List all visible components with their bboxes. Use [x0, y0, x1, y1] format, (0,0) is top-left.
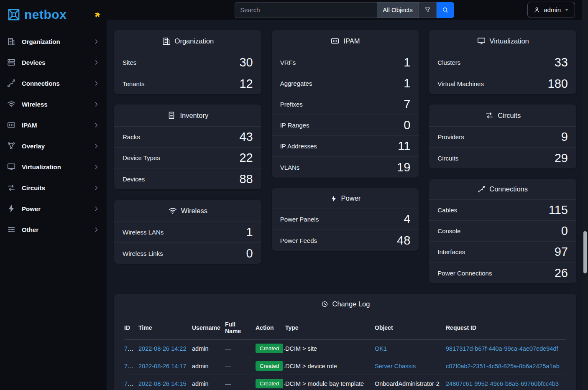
changelog-username: admin: [192, 357, 225, 375]
filter-button[interactable]: [419, 2, 437, 18]
stat-label: Sites: [123, 59, 136, 66]
search-input[interactable]: [235, 2, 377, 18]
sidebar-item-virtualization[interactable]: Virtualization: [0, 156, 107, 177]
sidebar-pin-icon[interactable]: [94, 12, 101, 20]
changelog-id-link[interactable]: 755: [124, 345, 134, 352]
stat-label: Devices: [123, 176, 145, 183]
changelog-id-link[interactable]: 754: [124, 363, 134, 370]
sidebar-item-organization[interactable]: Organization: [0, 31, 107, 52]
sidebar-menu: Organization Devices Connections: [0, 31, 107, 240]
stat-label: Providers: [437, 133, 464, 140]
stat-row: VLANs 19: [272, 157, 419, 178]
stat-row: Tenants 12: [114, 73, 261, 94]
sidebar-item-label: Organization: [22, 38, 60, 45]
page-scrollbar[interactable]: [582, 0, 588, 390]
column-header-username: Username: [192, 316, 225, 340]
stat-label: VLANs: [280, 164, 300, 171]
sidebar-item-label: Virtualization: [22, 163, 61, 171]
changelog-request-id-link[interactable]: 9817317d-b67f-440a-99ca-4ae07ede94df: [446, 345, 558, 352]
sidebar-item-label: Circuits: [22, 184, 45, 191]
sidebar-item-label: Overlay: [22, 143, 45, 150]
sidebar-item-label: IPAM: [22, 122, 37, 129]
stat-value: 29: [555, 151, 568, 165]
stat-value: 1: [404, 76, 410, 90]
sidebar-item-circuits[interactable]: Circuits: [0, 177, 107, 198]
changelog-header: Change Log: [114, 294, 576, 314]
table-row: 754 2022-08-26 14:17 admin — Created DCI…: [124, 357, 566, 375]
stat-row: Virtual Machines 180: [429, 73, 576, 94]
stat-row: Sites 30: [114, 52, 261, 73]
stat-row: VRFs 1: [272, 52, 419, 73]
main-content: Organization Sites 30 Tenants 12 Invento…: [107, 0, 582, 390]
card-header: IPAM: [272, 30, 419, 52]
changelog-username: admin: [192, 340, 225, 357]
stat-row: Wireless Links 0: [114, 243, 261, 264]
search-submit-button[interactable]: [437, 2, 454, 18]
stat-value: 43: [239, 130, 253, 144]
changelog-time-link[interactable]: 2022-08-26 14:15: [138, 380, 187, 387]
stat-value: 180: [548, 77, 568, 91]
stat-row: Cables 115: [429, 200, 576, 221]
dashboard-column-2: IPAM VRFs 1 Aggregates 1 Prefixes 7 IP R…: [272, 30, 419, 251]
column-header-type: Type: [285, 316, 375, 340]
card-title: Organization: [175, 37, 214, 45]
sidebar-item-label: Devices: [22, 59, 46, 66]
sidebar-item-power[interactable]: Power: [0, 198, 107, 219]
card-title: Wireless: [181, 207, 207, 215]
changelog-request-id-link[interactable]: 24807c61-9952-49c6-b8a5-69760bfcc4b3: [446, 380, 559, 387]
changelog-time-link[interactable]: 2022-08-26 14:22: [138, 345, 187, 352]
graph-icon: [7, 141, 16, 150]
stat-label: Prefixes: [280, 101, 303, 108]
changelog-object-link[interactable]: Server Chassis: [375, 363, 416, 370]
stat-label: Wireless Links: [123, 250, 163, 257]
user-menu-button[interactable]: admin: [527, 2, 575, 18]
stat-value: 11: [398, 139, 410, 153]
sidebar-item-wireless[interactable]: Wireless: [0, 94, 107, 115]
chevron-right-icon: [93, 226, 100, 233]
topbar: All Objects admin: [107, 0, 582, 20]
netbox-logo[interactable]: netbox: [0, 0, 107, 24]
sidebar-item-label: Power: [22, 205, 41, 212]
card-header: Power: [272, 188, 419, 209]
card-title: Circuits: [498, 112, 521, 120]
chevron-right-icon: [93, 122, 100, 129]
search-scope-button[interactable]: All Objects: [377, 2, 419, 18]
changelog-full-name: —: [225, 375, 256, 390]
column-header-full-name: Full Name: [225, 316, 256, 340]
card-title: Inventory: [180, 112, 208, 120]
stat-row: Console 0: [429, 221, 576, 242]
stat-value: 1: [246, 225, 253, 239]
stat-label: Console: [437, 227, 460, 235]
server-icon: [7, 58, 16, 67]
sidebar-item-devices[interactable]: Devices: [0, 52, 107, 73]
changelog-card: Change Log ID Time Username Full Name Ac…: [114, 294, 576, 390]
cable-icon: [478, 185, 486, 193]
table-header-row: ID Time Username Full Name Action Type O…: [124, 316, 566, 340]
scrollbar-thumb[interactable]: [583, 231, 587, 273]
sidebar-item-connections[interactable]: Connections: [0, 73, 107, 94]
inventory-card: Inventory Racks 43 Device Types 22 Devic…: [114, 105, 261, 189]
column-header-action: Action: [256, 316, 285, 340]
virtualization-card: Virtualization Clusters 33 Virtual Machi…: [429, 30, 576, 94]
changelog-id-link[interactable]: 753: [124, 380, 134, 387]
stat-row: Wireless LANs 1: [114, 222, 261, 243]
global-search: All Objects: [235, 2, 454, 18]
sidebar-item-label: Other: [22, 226, 38, 233]
changelog-time-link[interactable]: 2022-08-26 14:17: [138, 363, 187, 370]
table-row: 755 2022-08-26 14:22 admin — Created DCI…: [124, 340, 566, 357]
sidebar-item-ipam[interactable]: IPAM: [0, 115, 107, 135]
action-badge: Created: [256, 344, 283, 353]
organization-card: Organization Sites 30 Tenants 12: [114, 30, 261, 94]
sidebar-item-other[interactable]: Other: [0, 219, 107, 240]
stat-value: 9: [561, 130, 568, 144]
changelog-object-link[interactable]: OK1: [375, 345, 387, 352]
stat-value: 115: [549, 203, 568, 217]
wifi-icon: [168, 206, 177, 215]
lightning-icon: [7, 204, 16, 213]
changelog-request-id-link[interactable]: c07f0ab2-2351-4c58-825a-8b6a2425a1ab: [446, 363, 560, 370]
stat-label: Power Panels: [280, 216, 319, 223]
stat-row: Racks 43: [114, 127, 261, 148]
sidebar-item-overlay[interactable]: Overlay: [0, 135, 107, 156]
counter-icon: [330, 36, 340, 46]
stat-row: Clusters 33: [429, 52, 576, 73]
